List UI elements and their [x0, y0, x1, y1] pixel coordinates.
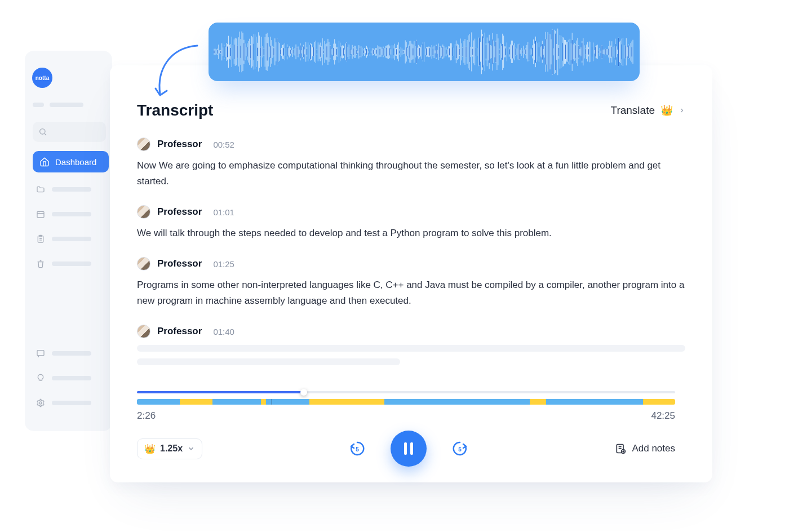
sidebar-item-settings[interactable]: [33, 394, 112, 412]
pause-icon: [404, 442, 413, 455]
premium-crown-icon: 👑: [660, 104, 673, 117]
transcript-panel: Transcript Translate 👑 Professor 00:52 N…: [110, 65, 712, 482]
pause-button[interactable]: [391, 431, 427, 467]
audio-waveform-preview: [209, 23, 640, 81]
avatar: [137, 138, 150, 151]
chevron-down-icon: [187, 445, 195, 453]
transcript-entry[interactable]: Professor 01:25 Programs in some other n…: [137, 257, 685, 309]
sidebar-item-label: Dashboard: [55, 157, 96, 167]
svg-point-0: [40, 129, 45, 134]
speaker-name: Professor: [157, 139, 202, 150]
timestamp: 01:40: [213, 327, 234, 336]
svg-line-1: [45, 134, 46, 135]
sidebar-placeholder: [33, 103, 112, 107]
sidebar-item-dashboard[interactable]: Dashboard: [33, 151, 109, 172]
sidebar-item-tasks[interactable]: [33, 230, 112, 248]
gear-icon: [36, 398, 45, 407]
pointer-arrow: [152, 42, 203, 99]
timestamp: 01:25: [213, 259, 234, 269]
translate-label: Translate: [611, 104, 655, 117]
speaker-name: Professor: [157, 326, 202, 337]
add-notes-label: Add notes: [632, 443, 675, 454]
bulb-icon: [36, 374, 45, 383]
chevron-right-icon: [679, 104, 685, 117]
search-icon: [38, 127, 47, 136]
clipboard-icon: [36, 234, 45, 243]
speaker-name: Professor: [157, 258, 202, 269]
sidebar: notta Dashboard: [25, 51, 112, 431]
svg-rect-2: [37, 211, 44, 218]
timestamp: 01:01: [213, 207, 234, 217]
audio-player: 2:26 42:25 👑 1.25x 5: [137, 391, 675, 467]
rewind-icon: 5: [349, 440, 366, 457]
note-add-icon: [615, 443, 626, 454]
rewind-5-button[interactable]: 5: [349, 440, 366, 457]
transcript-entry-loading: Professor 01:40: [137, 325, 685, 365]
total-time: 42:25: [651, 410, 675, 422]
svg-text:5: 5: [356, 446, 359, 453]
home-icon: [39, 157, 50, 167]
brand-logo: notta: [32, 68, 52, 88]
sidebar-item-feedback[interactable]: [33, 344, 112, 362]
forward-5-button[interactable]: 5: [451, 440, 468, 457]
sidebar-item-trash[interactable]: [33, 255, 112, 273]
premium-crown-icon: 👑: [144, 444, 156, 454]
avatar: [137, 257, 150, 271]
message-icon: [36, 349, 45, 358]
sidebar-item-folder[interactable]: [33, 180, 112, 198]
timestamp: 00:52: [213, 140, 234, 149]
sidebar-item-calendar[interactable]: [33, 205, 112, 223]
calendar-icon: [36, 210, 45, 219]
progress-bar[interactable]: [137, 391, 675, 405]
speaker-segments: [137, 399, 675, 405]
transcript-text: We will talk through the steps needed to…: [137, 225, 685, 241]
sidebar-item-tips[interactable]: [33, 369, 112, 387]
page-title: Transcript: [137, 101, 213, 119]
speed-label: 1.25x: [160, 444, 183, 454]
trash-icon: [36, 259, 45, 268]
svg-point-11: [39, 402, 42, 404]
svg-text:5: 5: [458, 446, 462, 453]
transcript-text: Programs in some other non-interpreted l…: [137, 277, 685, 309]
current-time: 2:26: [137, 410, 156, 422]
svg-rect-10: [37, 351, 44, 356]
folder-icon: [36, 185, 45, 194]
forward-icon: 5: [451, 440, 468, 457]
playback-speed-selector[interactable]: 👑 1.25x: [137, 438, 202, 459]
avatar: [137, 325, 150, 338]
transcript-entry[interactable]: Professor 01:01 We will talk through the…: [137, 205, 685, 241]
translate-button[interactable]: Translate 👑: [611, 104, 686, 117]
add-notes-button[interactable]: Add notes: [615, 443, 675, 454]
avatar: [137, 205, 150, 219]
search-input[interactable]: [33, 122, 106, 142]
transcript-text: Now We are going to emphasize computatio…: [137, 158, 685, 189]
speaker-name: Professor: [157, 206, 202, 218]
transcript-entry[interactable]: Professor 00:52 Now We are going to emph…: [137, 138, 685, 189]
